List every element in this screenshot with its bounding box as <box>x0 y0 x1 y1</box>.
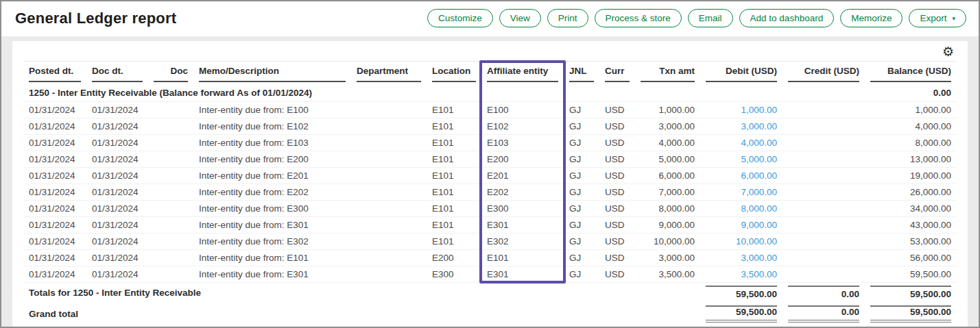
doc-dt-cell: 01/31/2024 <box>86 167 148 184</box>
doc-cell <box>148 216 193 233</box>
balance-forward-value: 0.00 <box>865 85 957 101</box>
table-header-row: Posted dt. Doc dt. Doc Memo/Description … <box>23 62 957 86</box>
jnl-cell: GJ <box>564 249 599 266</box>
affiliate-cell: E201 <box>481 167 564 184</box>
doc-cell <box>148 233 193 249</box>
email-button[interactable]: Email <box>688 9 733 27</box>
curr-cell: USD <box>599 200 635 216</box>
col-credit-usd: Credit (USD) <box>782 62 865 86</box>
totals-debit: 59,500.00 <box>700 282 782 303</box>
table-row: 01/31/2024 01/31/2024 Inter-entity due f… <box>23 118 957 134</box>
col-location: Location <box>427 62 481 86</box>
export-button[interactable]: Export ▾ <box>909 9 966 27</box>
table-row: 01/31/2024 01/31/2024 Inter-entity due f… <box>23 184 957 200</box>
debit-cell: 3,000.00 <box>700 249 782 266</box>
general-ledger-table: Posted dt. Doc dt. Doc Memo/Description … <box>23 61 957 325</box>
department-cell <box>351 151 427 167</box>
posted-dt-cell: 01/31/2024 <box>23 151 86 167</box>
doc-cell <box>148 266 193 282</box>
export-button-label: Export <box>920 13 946 23</box>
affiliate-cell: E301 <box>481 266 564 282</box>
curr-cell: USD <box>599 233 635 249</box>
posted-dt-cell: 01/31/2024 <box>23 266 86 282</box>
col-balance-usd: Balance (USD) <box>865 62 957 86</box>
department-cell <box>351 167 427 184</box>
curr-cell: USD <box>599 216 635 233</box>
location-cell: E101 <box>427 101 481 118</box>
curr-cell: USD <box>599 101 635 118</box>
doc-cell <box>148 249 193 266</box>
table-row: 01/31/2024 01/31/2024 Inter-entity due f… <box>23 151 957 167</box>
debit-cell: 8,000.00 <box>700 200 782 216</box>
view-button[interactable]: View <box>499 9 541 27</box>
table-row: 01/31/2024 01/31/2024 Inter-entity due f… <box>23 200 957 216</box>
debit-link[interactable]: 10,000.00 <box>736 236 777 247</box>
balance-cell: 26,000.00 <box>865 184 957 200</box>
affiliate-cell: E202 <box>481 184 564 200</box>
memo-cell: Inter-entity due from: E301 <box>193 216 351 233</box>
print-button[interactable]: Print <box>547 9 588 27</box>
debit-link[interactable]: 5,000.00 <box>741 154 777 164</box>
debit-link[interactable]: 4,000.00 <box>741 138 777 148</box>
page-title: General Ledger report <box>15 10 176 27</box>
debit-link[interactable]: 3,000.00 <box>741 121 777 131</box>
table-row: 01/31/2024 01/31/2024 Inter-entity due f… <box>23 233 957 249</box>
debit-link[interactable]: 3,500.00 <box>741 269 777 279</box>
table-row: 01/31/2024 01/31/2024 Inter-entity due f… <box>23 134 957 151</box>
credit-cell <box>782 233 865 249</box>
location-cell: E101 <box>427 118 481 134</box>
department-cell <box>351 101 427 118</box>
debit-link[interactable]: 1,000.00 <box>741 105 777 115</box>
memo-cell: Inter-entity due from: E101 <box>193 249 351 266</box>
txn-amt-cell: 8,000.00 <box>635 200 700 216</box>
location-cell: E101 <box>427 216 481 233</box>
doc-dt-cell: 01/31/2024 <box>86 184 148 200</box>
debit-cell: 3,500.00 <box>700 266 782 282</box>
debit-cell: 7,000.00 <box>700 184 782 200</box>
jnl-cell: GJ <box>564 216 599 233</box>
txn-amt-cell: 4,000.00 <box>635 134 700 151</box>
doc-dt-cell: 01/31/2024 <box>86 101 148 118</box>
balance-cell: 13,000.00 <box>865 151 957 167</box>
balance-cell: 1,000.00 <box>865 101 957 118</box>
doc-cell <box>148 167 193 184</box>
location-cell: E101 <box>427 167 481 184</box>
debit-link[interactable]: 8,000.00 <box>741 203 777 214</box>
customize-button[interactable]: Customize <box>427 9 493 27</box>
debit-link[interactable]: 7,000.00 <box>741 187 777 197</box>
doc-dt-cell: 01/31/2024 <box>86 216 148 233</box>
col-department: Department <box>351 62 427 86</box>
gear-icon[interactable]: ⚙ <box>942 45 954 58</box>
location-cell: E300 <box>427 266 481 282</box>
posted-dt-cell: 01/31/2024 <box>23 118 86 134</box>
memo-cell: Inter-entity due from: E201 <box>193 167 351 184</box>
jnl-cell: GJ <box>564 101 599 118</box>
doc-dt-cell: 01/31/2024 <box>86 134 148 151</box>
department-cell <box>351 118 427 134</box>
doc-dt-cell: 01/31/2024 <box>86 249 148 266</box>
debit-cell: 4,000.00 <box>700 134 782 151</box>
curr-cell: USD <box>599 151 635 167</box>
memo-cell: Inter-entity due from: E300 <box>193 200 351 216</box>
curr-cell: USD <box>599 249 635 266</box>
add-to-dashboard-button[interactable]: Add to dashboard <box>739 9 835 27</box>
debit-link[interactable]: 6,000.00 <box>741 171 777 181</box>
debit-link[interactable]: 3,000.00 <box>741 253 777 263</box>
location-cell: E200 <box>427 249 481 266</box>
doc-cell <box>148 184 193 200</box>
location-cell: E101 <box>427 233 481 249</box>
memorize-button[interactable]: Memorize <box>840 9 903 27</box>
credit-cell <box>782 134 865 151</box>
affiliate-cell: E101 <box>481 249 564 266</box>
debit-link[interactable]: 9,000.00 <box>741 220 777 230</box>
credit-cell <box>782 151 865 167</box>
txn-amt-cell: 3,500.00 <box>635 266 700 282</box>
process-and-store-button[interactable]: Process & store <box>595 9 682 27</box>
jnl-cell: GJ <box>564 134 599 151</box>
location-cell: E101 <box>427 200 481 216</box>
posted-dt-cell: 01/31/2024 <box>23 101 86 118</box>
txn-amt-cell: 9,000.00 <box>635 216 700 233</box>
balance-cell: 19,000.00 <box>865 167 957 184</box>
report-header: General Ledger report CustomizeViewPrint… <box>1 1 979 36</box>
chevron-down-icon: ▾ <box>952 16 955 22</box>
